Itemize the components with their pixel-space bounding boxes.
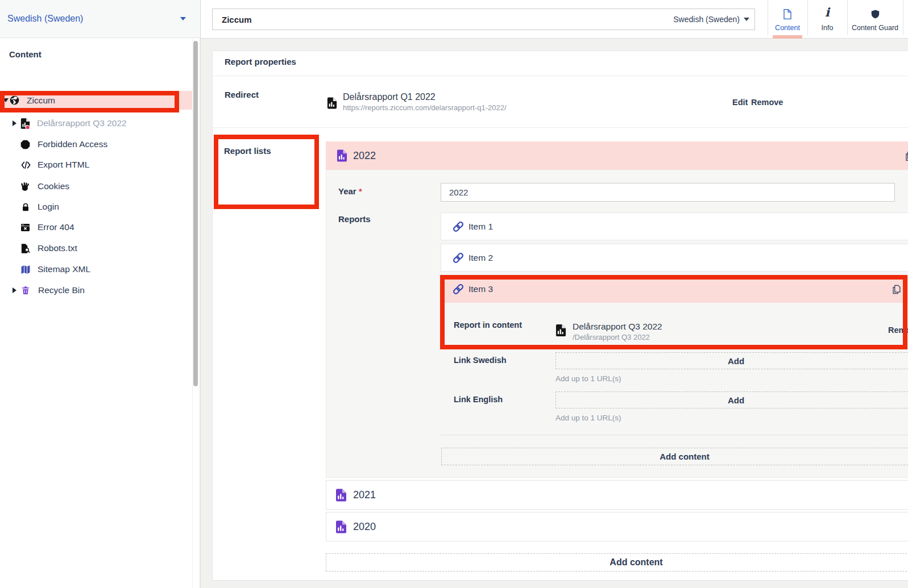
annotation-box-ziccum bbox=[0, 91, 179, 112]
annotation-box-item-3 bbox=[440, 275, 907, 349]
report-item-1[interactable]: Item 1 bbox=[441, 212, 908, 240]
chevron-down-icon bbox=[744, 18, 749, 21]
sidebar-item-cookies[interactable]: Cookies bbox=[0, 177, 192, 196]
sidebar-panel-title: Content bbox=[9, 49, 42, 59]
url-helper-text: Add up to 1 URL(s) bbox=[555, 374, 621, 383]
report-list-header-2022[interactable]: 2022 bbox=[326, 141, 908, 170]
expand-caret-icon[interactable] bbox=[13, 120, 16, 126]
redirect-label: Redirect bbox=[225, 90, 259, 99]
stop-icon bbox=[20, 140, 30, 149]
trash-icon bbox=[21, 285, 30, 295]
tree-item-label: Login bbox=[38, 202, 59, 212]
sidebar-item-forbidden-access[interactable]: Forbidden Access bbox=[0, 135, 192, 154]
reports-label: Reports bbox=[338, 214, 371, 224]
tab-separator bbox=[903, 0, 903, 35]
lock-icon bbox=[21, 202, 30, 212]
tree-item-label: Cookies bbox=[38, 181, 69, 191]
tab-info[interactable]: i Info bbox=[807, 0, 847, 35]
sidebar-item-robots-txt[interactable]: Robots.txt bbox=[0, 239, 192, 258]
redirect-url: https://reports.ziccum.com/delarsrapport… bbox=[343, 103, 507, 112]
report-list-section-2020[interactable]: 2020 bbox=[326, 512, 908, 541]
sidebar-item-sitemap-xml[interactable]: Sitemap XML bbox=[0, 260, 192, 279]
tree-item-label: Forbidden Access bbox=[38, 139, 107, 149]
tab-label: Info bbox=[822, 24, 834, 32]
tree-item-label: Robots.txt bbox=[38, 243, 77, 253]
info-icon: i bbox=[825, 6, 830, 18]
tree-item-label: Sitemap XML bbox=[38, 264, 90, 274]
report-item-2[interactable]: Item 2 bbox=[441, 244, 908, 272]
language-dropdown-value[interactable]: Swedish (Sweden) bbox=[673, 15, 740, 24]
tab-label: Content bbox=[775, 24, 800, 32]
window-error-icon bbox=[20, 223, 30, 232]
report-item-label: Item 1 bbox=[468, 222, 493, 232]
chevron-down-icon bbox=[180, 17, 186, 20]
sidebar-item-login[interactable]: Login bbox=[0, 197, 192, 216]
expand-caret-icon[interactable] bbox=[13, 287, 16, 293]
annotation-box-report-lists bbox=[214, 135, 319, 209]
panel-title: Report properties bbox=[225, 57, 296, 66]
report-icon bbox=[337, 149, 347, 162]
redirect-title: Delårsrapport Q1 2022 bbox=[343, 92, 436, 102]
tab-label: Content Guard bbox=[852, 24, 898, 32]
code-icon bbox=[20, 160, 31, 170]
tab-content-guard[interactable]: Content Guard bbox=[847, 0, 903, 35]
divider bbox=[212, 127, 908, 128]
tree-item-label: Export HTML bbox=[38, 160, 89, 170]
sidebar-item-error-404[interactable]: Error 404 bbox=[0, 218, 192, 237]
map-icon bbox=[20, 265, 31, 274]
shield-icon bbox=[870, 9, 880, 20]
link-english-label: Link English bbox=[454, 395, 503, 404]
tree-item-label: Delårsrapport Q3 2022 bbox=[37, 118, 127, 128]
section-year-label: 2020 bbox=[353, 521, 376, 533]
add-url-button-swedish[interactable]: Add bbox=[555, 352, 908, 369]
link-icon bbox=[452, 220, 465, 233]
tree-item-label: Recycle Bin bbox=[38, 285, 85, 295]
add-url-button-english[interactable]: Add bbox=[555, 391, 908, 408]
sidebar-language-selector[interactable]: Swedish (Sweden) bbox=[7, 14, 83, 24]
add-content-button-outer[interactable]: Add content bbox=[326, 553, 908, 572]
report-blocked-icon bbox=[20, 118, 30, 130]
sidebar-item-recycle-bin[interactable]: Recycle Bin bbox=[0, 281, 192, 300]
add-content-button-inner[interactable]: Add content bbox=[441, 448, 908, 465]
report-item-label: Item 2 bbox=[468, 253, 493, 263]
divider bbox=[212, 76, 908, 76]
sidebar-language-bar[interactable]: Swedish (Sweden) bbox=[0, 0, 200, 38]
detail-bottom-border bbox=[441, 435, 908, 435]
app: Swedish (Sweden) Content Ziccum Delårsra… bbox=[0, 0, 908, 588]
year-label: Year * bbox=[338, 186, 362, 196]
document-icon bbox=[783, 9, 792, 20]
year-input[interactable]: 2022 bbox=[441, 183, 895, 202]
report-icon bbox=[335, 488, 347, 502]
section-year-label: 2021 bbox=[353, 489, 376, 501]
content-name-value: Ziccum bbox=[222, 15, 252, 24]
doc-search-icon bbox=[20, 243, 31, 254]
link-swedish-label: Link Swedish bbox=[454, 356, 507, 365]
section-year-label: 2022 bbox=[353, 150, 376, 162]
tab-content[interactable]: Content bbox=[768, 0, 807, 35]
hand-icon bbox=[20, 182, 30, 191]
sidebar-scrollbar[interactable] bbox=[193, 41, 198, 386]
content-name-input[interactable]: Ziccum Swedish (Sweden) bbox=[212, 9, 755, 30]
report-icon bbox=[335, 520, 347, 534]
copy-icon[interactable] bbox=[905, 151, 908, 161]
link-icon bbox=[452, 252, 465, 264]
sidebar-item-delarsrapport[interactable]: Delårsrapport Q3 2022 bbox=[0, 114, 192, 133]
report-list-section-2021[interactable]: 2021 bbox=[326, 480, 908, 510]
edit-button[interactable]: Edit bbox=[732, 98, 748, 107]
tree-item-label: Error 404 bbox=[38, 222, 74, 232]
report-document-icon bbox=[327, 97, 337, 110]
url-helper-text: Add up to 1 URL(s) bbox=[555, 414, 621, 422]
year-value: 2022 bbox=[449, 187, 468, 197]
remove-button[interactable]: Remove bbox=[751, 98, 783, 107]
required-asterisk: * bbox=[359, 186, 362, 196]
sidebar-item-export-html[interactable]: Export HTML bbox=[0, 155, 192, 174]
